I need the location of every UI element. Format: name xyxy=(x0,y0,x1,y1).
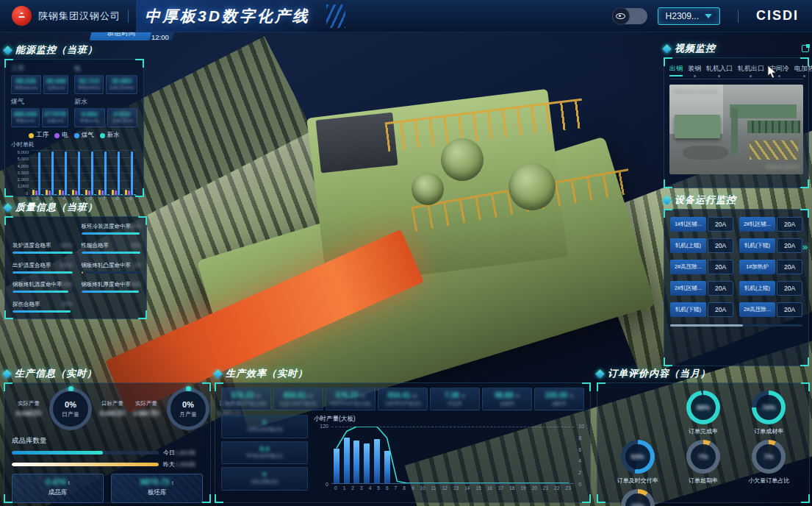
production-line-select[interactable]: H2309... xyxy=(658,7,720,25)
efficiency-stat: 98.88 %合格率 xyxy=(482,388,532,410)
header-bar: 陕钢集团汉钢公司 中厚板3D数字化产线 H2309... CISDI xyxy=(0,0,812,32)
equipment-item: 轧机(上辊)20A xyxy=(739,281,802,296)
page-title: 中厚板3D数字化产线 xyxy=(145,6,310,26)
video-panel-title: 视频监控 xyxy=(675,42,716,55)
gem-icon xyxy=(595,369,605,379)
energy-chart-axis-label: 小时单耗 xyxy=(11,140,137,149)
gem-icon xyxy=(3,203,12,213)
quality-item: 性能合格率99% xyxy=(82,242,142,257)
stock-bar-today: 今日1,801块 xyxy=(12,449,203,457)
panel-collapse-chevron-icon[interactable]: » xyxy=(802,241,808,252)
quality-item: 装炉温度合格率100% xyxy=(12,242,73,257)
hourly-chart-title: 小时产量(大板) xyxy=(314,415,584,424)
stock-bar-yesterday: 昨天1,959块 xyxy=(12,460,203,468)
efficiency-stat: 576.23 t/h当班平均产量(大板) xyxy=(326,388,376,410)
camera-timestamp: 2023-09-13 10:08:26 xyxy=(673,88,717,93)
equipment-panel-title: 设备运行监控 xyxy=(675,193,736,207)
side-stat: 0当班轧制块数(块) xyxy=(221,415,308,438)
finished-stock-box: 0.476 t 成品库 xyxy=(12,474,104,503)
stock-title: 成品库数量 xyxy=(12,436,203,446)
gem-icon xyxy=(3,46,12,55)
energy-value: 39.449 xyxy=(46,77,67,85)
hourly-chart-y-axis: 1200 xyxy=(314,424,328,487)
quality-item: 钢板终轧凸度命中率3% xyxy=(82,262,142,277)
production-info-panel: 生产信息（实时） 实际产量0.045万t 0% 日产量 目标产量0.500万t … xyxy=(4,366,211,503)
video-monitor-panel: 视频监控 出钢 装钢 轧机入口 轧机出口 中间冷 电加热 2023-09-13 … xyxy=(664,41,809,188)
equipment-item: 2#轧区辅...20A xyxy=(670,281,733,296)
energy-group-electric: 电 52.713单耗(kWh/t) 30.683总耗(万kWh) xyxy=(74,64,137,94)
order-donut: 7%订单超期率 xyxy=(673,440,733,485)
energy-panel-title: 能源监控（当班） xyxy=(15,43,98,57)
equipment-item: 1#轧区辅...20A xyxy=(670,217,733,232)
eye-icon xyxy=(612,7,630,25)
side-stat: 0待轧块数(块) xyxy=(221,467,308,491)
gem-icon xyxy=(213,369,223,379)
chevron-down-icon xyxy=(705,14,712,18)
energy-chart-legend: 工序 电 煤气 新水 xyxy=(11,131,137,140)
mouse-cursor xyxy=(767,65,777,79)
equipment-item: 1#加热炉20A xyxy=(739,260,802,274)
company-logo-icon xyxy=(12,6,32,26)
equipment-item: 2#轧区辅...20A xyxy=(739,217,802,232)
order-donut: 98%订单完成率 xyxy=(673,391,733,435)
hourly-chart-y2-axis: 1086420 xyxy=(578,424,584,487)
camera-label: 轧机出口监控点 xyxy=(766,165,800,171)
gem-icon xyxy=(2,369,12,379)
brand-logo: CISDI xyxy=(756,8,799,24)
energy-group-gas: 煤气 486.040单耗(m³/t) 277578总耗(m³) xyxy=(11,97,68,127)
panel-expand-icon[interactable] xyxy=(802,45,809,52)
quality-info-panel: 质量信息（当班） 板坯冷装温度命中率97% 装炉温度合格率100% 性能合格率9… xyxy=(4,200,147,319)
efficiency-stat: 576.23 t/h轧机小时产量(大板) xyxy=(221,388,271,410)
efficiency-stat: 7.38 %作业率 xyxy=(430,388,480,410)
tab-mill-exit[interactable]: 轧机出口 xyxy=(738,64,764,76)
energy-value: 486.040 xyxy=(13,110,37,118)
energy-value: 0.915 xyxy=(109,110,135,118)
efficiency-stat: 100.00 %成材率 xyxy=(534,388,584,410)
quality-item: 出炉温度合格率100% xyxy=(12,262,73,277)
energy-group-process: 工序 68.226单耗(kgce/t) 39.449总耗(tce) xyxy=(11,64,68,94)
quality-item: 钢板终轧厚度命中率96% xyxy=(82,281,142,296)
orders-panel-title: 订单评价内容（当月） xyxy=(608,367,711,380)
quality-item: 探伤合格率97% xyxy=(12,301,73,316)
gem-icon xyxy=(662,196,672,205)
equipment-item: 轧机(上辊)20A xyxy=(670,238,733,253)
energy-value: 52.713 xyxy=(76,77,101,85)
equipment-scrollbar xyxy=(670,324,802,327)
energy-bar-chart: 6,0005,0004,0003,0002,0001,0000 xyxy=(11,150,137,196)
equipment-item: 2#高压除...20A xyxy=(670,260,733,274)
equipment-item: 2#高压除...20A xyxy=(739,302,802,317)
gem-icon xyxy=(662,44,672,54)
monthly-output-ring: 0% 月产量 xyxy=(167,388,209,430)
hourly-output-chart: 小时产量(大板) 1200 1086420 012345678910111213… xyxy=(314,415,584,491)
camera-feed[interactable]: 2023-09-13 10:08:26 轧机出口监控点 xyxy=(669,85,803,174)
order-donut: 7%小欠量订单占比 xyxy=(739,440,799,485)
equipment-item: 轧机(下辊)20A xyxy=(739,238,802,253)
efficiency-stat: 654.41 t/h当班平均产量(坯) xyxy=(378,388,428,410)
dashboard-root: 陕钢集团汉钢公司 中厚板3D数字化产线 H2309... CISDI 能源监控（… xyxy=(0,0,812,506)
visibility-toggle[interactable] xyxy=(612,8,647,24)
daily-output-ring: 0% 日产量 xyxy=(49,388,92,430)
production-line-value: H2309... xyxy=(666,11,699,21)
scrollbar-thumb[interactable] xyxy=(670,324,743,327)
tab-charging[interactable]: 装钢 xyxy=(688,64,701,76)
quality-panel-title: 质量信息（当班） xyxy=(15,201,98,214)
tab-electric-heating[interactable]: 电加热 xyxy=(794,64,812,76)
title-banner: 中厚板3D数字化产线 xyxy=(136,0,329,32)
energy-value: 68.226 xyxy=(13,77,39,85)
quality-item: 板坯冷装温度命中率97% xyxy=(82,223,142,238)
tab-mill-entry[interactable]: 轧机入口 xyxy=(706,64,733,76)
energy-chart-y-axis: 6,0005,0004,0003,0002,0001,0000 xyxy=(11,150,31,196)
order-evaluation-panel: 订单评价内容（当月） 98%订单完成率 75%订单成材率 53%订单及时交付率 … xyxy=(597,366,810,503)
equipment-monitor-panel: 设备运行监控 1#轧区辅...20A 2#轧区辅...20A 轧机(上辊)20A… xyxy=(664,193,809,366)
header-divider xyxy=(128,10,129,23)
energy-value: 277578 xyxy=(44,110,67,118)
energy-monitor-panel: 能源监控（当班） 工序 68.226单耗(kgce/t) 39.449总耗(tc… xyxy=(4,43,144,197)
side-stat: 8.4平均轧制节奏(分) xyxy=(221,441,308,465)
slab-stock-box: 8876.72 t 板坯库 xyxy=(111,474,203,503)
equipment-item: 轧机(下辊)20A xyxy=(670,302,733,317)
tab-tapping[interactable]: 出钢 xyxy=(669,64,683,76)
energy-value: 30.683 xyxy=(108,77,135,85)
camera-tabs: 出钢 装钢 轧机入口 轧机出口 中间冷 电加热 xyxy=(669,64,803,79)
order-donut: 75%订单成材率 xyxy=(739,391,799,435)
hourly-line-series xyxy=(331,427,574,483)
